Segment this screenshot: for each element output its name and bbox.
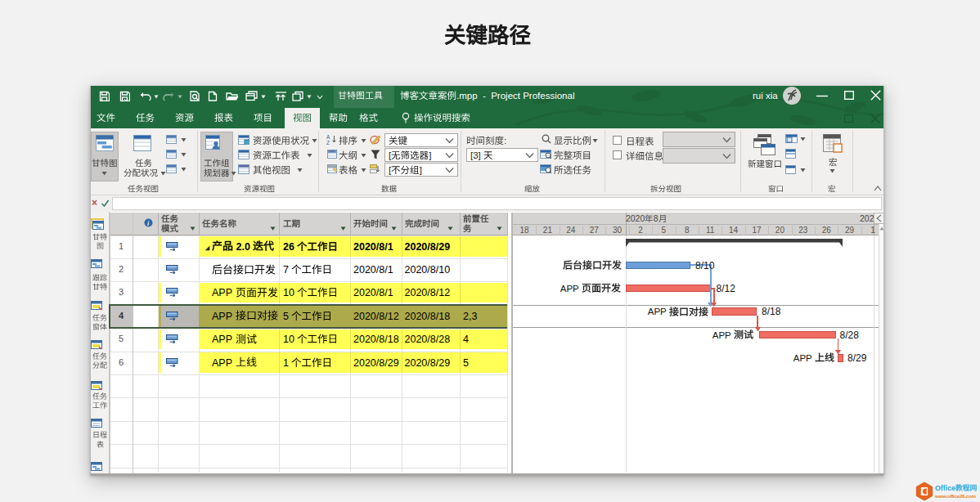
svg-text:Z: Z xyxy=(326,140,330,145)
svg-text:A: A xyxy=(326,134,330,140)
